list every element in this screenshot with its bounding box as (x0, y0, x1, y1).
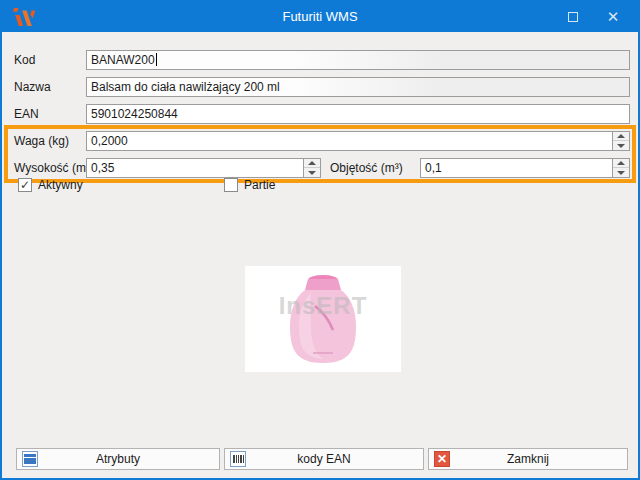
zamknij-button-label: Zamknij (507, 452, 549, 466)
wysokosc-spinner-down[interactable] (304, 168, 320, 177)
wysokosc-label: Wysokość (m) (14, 158, 90, 178)
arrow-down-icon (617, 171, 625, 175)
maximize-button[interactable] (553, 2, 593, 32)
wysokosc-spinner (303, 158, 321, 178)
waga-label: Waga (kg) (14, 131, 69, 151)
titlebar[interactable]: Futuriti WMS ✕ (2, 2, 638, 32)
kod-value: BANAW200 (91, 53, 155, 67)
aktywny-checkbox[interactable]: ✓ (18, 178, 32, 192)
kody-ean-button-label: kody EAN (297, 452, 350, 466)
objetosc-label: Objętość (m³) (330, 158, 403, 178)
arrow-up-icon (308, 161, 316, 165)
text-caret (156, 53, 157, 66)
waga-input[interactable]: 0,2000 (86, 131, 613, 151)
close-icon: ✕ (607, 8, 620, 26)
objetosc-spinner (612, 158, 630, 178)
aktywny-label: Aktywny (38, 177, 83, 193)
waga-value: 0,2000 (91, 134, 128, 148)
partie-label: Partie (244, 177, 275, 193)
zamknij-button[interactable]: ✕ Zamknij (428, 448, 628, 470)
arrow-up-icon (617, 161, 625, 165)
partie-checkbox[interactable] (224, 178, 238, 192)
wysokosc-value: 0,35 (91, 161, 114, 175)
ean-input[interactable]: 5901024250844 (86, 104, 630, 124)
objetosc-spinner-down[interactable] (613, 168, 629, 177)
close-button[interactable]: ✕ (593, 2, 633, 32)
red-x-icon: ✕ (434, 451, 450, 467)
nazwa-input[interactable]: Balsam do ciała nawilżający 200 ml (86, 77, 630, 97)
objetosc-value: 0,1 (425, 161, 442, 175)
watermark-text: InsERT (245, 292, 401, 320)
objetosc-spinner-up[interactable] (613, 159, 629, 168)
ean-value: 5901024250844 (91, 107, 178, 121)
arrow-down-icon (308, 171, 316, 175)
product-image: InsERT (245, 266, 401, 372)
waga-spinner-up[interactable] (613, 132, 629, 141)
list-icon (22, 451, 38, 467)
arrow-up-icon (617, 134, 625, 138)
window-title: Futuriti WMS (2, 2, 638, 32)
wysokosc-input[interactable]: 0,35 (86, 158, 304, 178)
dialog-window: Futuriti WMS ✕ Kod BANAW200 Nazwa Balsam… (0, 0, 640, 480)
waga-spinner (612, 131, 630, 151)
check-icon: ✓ (20, 178, 30, 192)
wysokosc-spinner-up[interactable] (304, 159, 320, 168)
waga-spinner-down[interactable] (613, 141, 629, 150)
atrybuty-button[interactable]: Atrybuty (16, 448, 220, 470)
barcode-icon (230, 451, 246, 467)
maximize-icon (568, 12, 578, 22)
objetosc-input[interactable]: 0,1 (420, 158, 613, 178)
nazwa-value: Balsam do ciała nawilżający 200 ml (91, 80, 280, 94)
ean-label: EAN (14, 104, 39, 124)
kod-label: Kod (14, 50, 35, 70)
atrybuty-button-label: Atrybuty (96, 452, 140, 466)
nazwa-label: Nazwa (14, 77, 51, 97)
arrow-down-icon (617, 144, 625, 148)
kod-input[interactable]: BANAW200 (86, 50, 630, 70)
kody-ean-button[interactable]: kody EAN (224, 448, 424, 470)
